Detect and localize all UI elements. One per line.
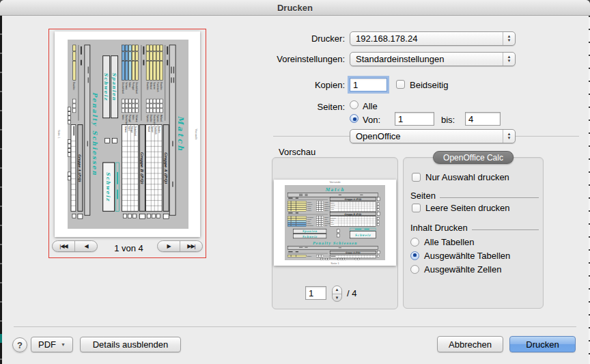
next-page-button[interactable]: ▶ — [158, 241, 180, 251]
svg-text:Frankreich: Frankreich — [153, 115, 156, 124]
pages-from-radio[interactable] — [350, 114, 359, 123]
svg-text:Spanien: Spanien — [324, 204, 328, 205]
hide-details-button[interactable]: Details ausblenden — [80, 337, 181, 352]
printer-popup[interactable]: 192.168.178.24 ▲▼ — [350, 31, 516, 46]
vorschau-page-input[interactable]: 1 — [305, 286, 326, 300]
pages-from-input[interactable]: 1 — [395, 112, 434, 126]
stepper-down-button[interactable]: ▼ — [333, 294, 341, 302]
stepper-up-button[interactable]: ▲ — [333, 286, 341, 294]
last-page-icon: ▶▶| — [187, 243, 195, 249]
preview-box-schweiz: Schweiz — [303, 234, 318, 238]
next-page-icon: ▶ — [167, 243, 170, 249]
empty-pages-label: Leere Seiten drucken — [425, 203, 510, 213]
all-tables-label: Alle Tabellen — [424, 237, 474, 247]
svg-text:Portugal: Portugal — [132, 82, 135, 89]
selected-tables-row: Ausgewählte Tabellen — [410, 251, 510, 261]
vorschau-page-stepper: ▲ ▼ — [332, 285, 342, 302]
popup-updown-icon: ▲▼ — [503, 53, 515, 66]
thumbnail-nav-back-group: |◀◀ ◀ — [52, 240, 98, 252]
svg-text:Brasilien: Brasilien — [307, 210, 311, 211]
print-button[interactable]: Drucken — [509, 336, 576, 352]
pages-from-label: Von: — [363, 115, 380, 125]
previous-page-icon: ◀ — [84, 243, 87, 249]
stepper-up-icon: ▲ — [335, 288, 339, 292]
page-header-text: Vorrunde — [195, 31, 198, 237]
svg-text:Deutschland: Deutschland — [122, 82, 124, 94]
svg-text:Spanien: Spanien — [331, 207, 334, 208]
vorschau-sheet: Match Gruppe A (P/Q) Brasilien Frankreic… — [285, 185, 385, 260]
previous-page-button[interactable]: ◀ — [74, 241, 97, 251]
svg-text:Spanien: Spanien — [153, 82, 156, 89]
popup-updown-icon: ▲▼ — [503, 32, 515, 45]
background-window-teal-mark — [0, 334, 2, 343]
svg-text:Italien: Italien — [128, 82, 131, 87]
pages-all-label: Alle — [363, 101, 378, 111]
presets-popup[interactable]: Standardeinstellungen ▲▼ — [350, 52, 516, 66]
pages-group-label: Seiten — [410, 191, 436, 201]
svg-text:Brasilien: Brasilien — [72, 82, 75, 90]
svg-text:Deutschland: Deutschland — [125, 115, 128, 126]
svg-text:Italien: Italien — [132, 115, 135, 120]
print-dialog: Drucken Vorrunde Seite 1 Match Gruppe A … — [0, 0, 590, 364]
empty-pages-checkbox[interactable] — [412, 204, 421, 212]
selected-cells-radio[interactable] — [410, 265, 419, 274]
cancel-button[interactable]: Abbrechen — [437, 336, 503, 352]
selection-only-checkbox[interactable] — [412, 173, 421, 182]
pages-all-radio[interactable] — [350, 100, 359, 109]
svg-text:Deutschland: Deutschland — [324, 223, 331, 224]
svg-text:Portugal: Portugal — [130, 126, 133, 133]
svg-text:Deutschland: Deutschland — [307, 225, 313, 226]
all-tables-radio[interactable] — [410, 238, 419, 247]
printer-label: Drucker: — [208, 33, 345, 44]
svg-text:Italien: Italien — [324, 219, 327, 220]
thumbnail-nav-forward-group: ▶ ▶▶| — [157, 240, 203, 252]
app-options-popup[interactable]: OpenOffice ▲▼ — [350, 129, 516, 143]
first-page-icon: |◀◀ — [59, 243, 67, 249]
svg-text:Spanien: Spanien — [307, 206, 311, 207]
sheet-preview-graphic: Match Gruppe A (P/Q) Brasilien Frankreic… — [285, 185, 385, 260]
two-sided-checkbox[interactable] — [396, 80, 405, 89]
background-window-edge-left — [0, 16, 2, 364]
svg-text:Brasilien: Brasilien — [150, 115, 152, 123]
svg-text:Schweiz: Schweiz — [324, 216, 328, 218]
print-button-label: Drucken — [526, 339, 559, 350]
pdf-menu-button[interactable]: PDF ▼ — [31, 337, 73, 352]
pdf-button-label: PDF — [38, 339, 56, 350]
svg-text:Brasilien: Brasilien — [307, 201, 311, 202]
svg-text:Spanien: Spanien — [151, 126, 154, 133]
last-page-button[interactable]: ▶▶| — [180, 241, 202, 251]
group-b-header: Gruppe B (P/Q) — [344, 212, 361, 215]
svg-text:Portugal: Portugal — [307, 219, 311, 220]
cancel-button-label: Abbrechen — [449, 339, 492, 350]
svg-text:Portugal: Portugal — [128, 115, 131, 122]
help-button[interactable]: ? — [12, 337, 27, 352]
svg-text:Frankreich: Frankreich — [154, 126, 157, 135]
app-options-popup-value: OpenOffice — [356, 131, 503, 141]
svg-text:Holland: Holland — [150, 82, 152, 89]
selected-tables-radio[interactable] — [410, 251, 419, 260]
svg-text:Holland: Holland — [324, 201, 328, 202]
selected-tables-label: Ausgewählte Tabellen — [424, 251, 510, 261]
svg-text:Holland: Holland — [148, 126, 150, 132]
vorschau-page: Vorrunde Seite 1 Match Gruppe A (P/Q) Br… — [274, 180, 396, 266]
pdf-menu-arrow-icon: ▼ — [61, 342, 66, 347]
first-page-button[interactable]: |◀◀ — [53, 241, 74, 251]
content-group-header: Inhalt Drucken — [410, 223, 539, 233]
preview-box-spanien: Spanien — [303, 229, 318, 233]
copies-input[interactable]: 1 — [350, 78, 387, 92]
svg-text:Frankreich: Frankreich — [307, 204, 312, 205]
vorschau-section-label: Vorschau — [279, 147, 315, 157]
group-divider-line — [440, 197, 539, 198]
svg-text:Holland: Holland — [331, 209, 334, 210]
presets-popup-value: Standardeinstellungen — [356, 54, 503, 64]
pages-to-label: bis: — [441, 115, 455, 125]
selected-cells-row: Ausgewählte Zellen — [410, 264, 501, 275]
group-a-header: Gruppe A (P/Q) — [344, 198, 361, 201]
pages-to-input[interactable]: 4 — [465, 112, 501, 126]
svg-text:Portugal: Portugal — [324, 221, 328, 222]
svg-text:Holland: Holland — [307, 208, 311, 209]
vorschau-page-total: / 4 — [347, 288, 356, 298]
svg-text:Holland: Holland — [160, 115, 163, 122]
calc-panel-title-tab: OpenOffice Calc — [433, 151, 514, 164]
page-header-text: Vorrunde — [274, 180, 396, 184]
